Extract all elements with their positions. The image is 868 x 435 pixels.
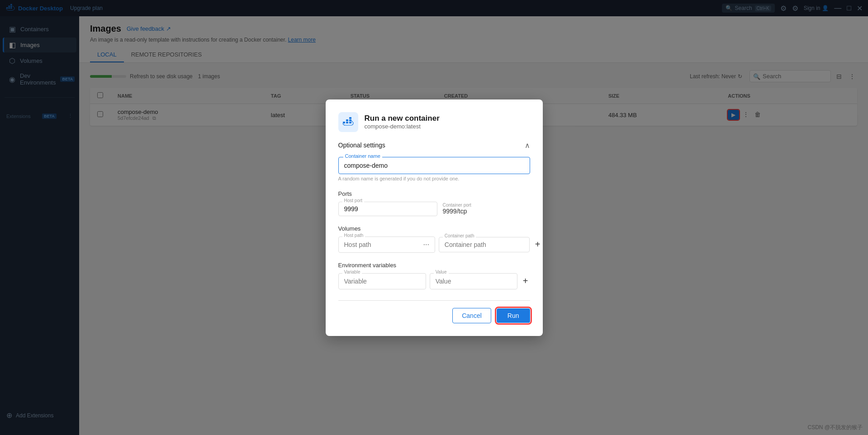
container-name-field: Container name [338,157,530,174]
host-port-label: Host port [342,198,365,203]
ports-section: Ports Host port Container port 9999/tcp [338,190,530,216]
modal-header: Run a new container compose-demo:latest [338,112,530,132]
optional-settings-title: Optional settings [338,142,385,149]
value-input[interactable] [436,278,512,285]
container-name-group: Container name A random name is generate… [338,157,530,181]
host-path-label: Host path [342,233,365,238]
container-path-label: Container path [443,233,476,238]
volumes-label: Volumes [338,225,530,232]
variable-field: Variable [338,273,426,289]
variable-input[interactable] [344,278,420,285]
modal-subtitle: compose-demo:latest [365,123,440,130]
svg-rect-6 [343,122,345,123]
browse-icon[interactable]: ··· [423,241,429,249]
container-path-field: Container path [439,237,530,252]
container-port-label: Container port [443,203,530,208]
optional-settings-header[interactable]: Optional settings ∧ [338,141,530,150]
container-port-value: 9999/tcp [443,208,530,215]
ports-label: Ports [338,190,530,197]
add-env-button[interactable]: + [521,274,530,288]
env-label: Environment variables [338,262,530,269]
run-container-modal: Run a new container compose-demo:latest … [326,99,543,336]
run-button[interactable]: Run [497,308,530,323]
add-volume-button[interactable]: + [533,237,542,251]
host-port-input[interactable] [344,205,432,213]
volumes-section: Volumes Host path ··· Container path + [338,225,530,253]
svg-rect-7 [346,122,348,123]
modal-overlay: Run a new container compose-demo:latest … [0,0,868,435]
svg-rect-8 [349,122,351,123]
container-path-input[interactable] [445,241,524,248]
svg-rect-9 [346,119,348,121]
container-name-label: Container name [343,153,382,159]
host-port-field: Host port [338,202,437,216]
container-name-hint: A random name is generated if you do not… [338,176,530,181]
cancel-button[interactable]: Cancel [452,308,491,323]
svg-rect-11 [349,117,351,119]
host-path-field: Host path ··· [338,236,435,253]
container-port-display: Container port 9999/tcp [443,203,530,215]
env-row: Variable Value + [338,273,530,289]
env-section: Environment variables Variable Value + [338,262,530,289]
modal-container-icon [338,112,358,132]
value-field: Value [430,273,517,289]
modal-title: Run a new container [365,114,440,123]
container-name-input[interactable] [344,160,524,171]
host-path-input[interactable] [344,241,423,248]
modal-footer: Cancel Run [338,300,530,323]
ports-row: Host port Container port 9999/tcp [338,202,530,216]
modal-title-group: Run a new container compose-demo:latest [365,114,440,130]
volumes-row: Host path ··· Container path + [338,236,530,253]
chevron-up-icon: ∧ [525,141,530,150]
value-label: Value [434,270,449,274]
variable-label: Variable [342,270,362,274]
